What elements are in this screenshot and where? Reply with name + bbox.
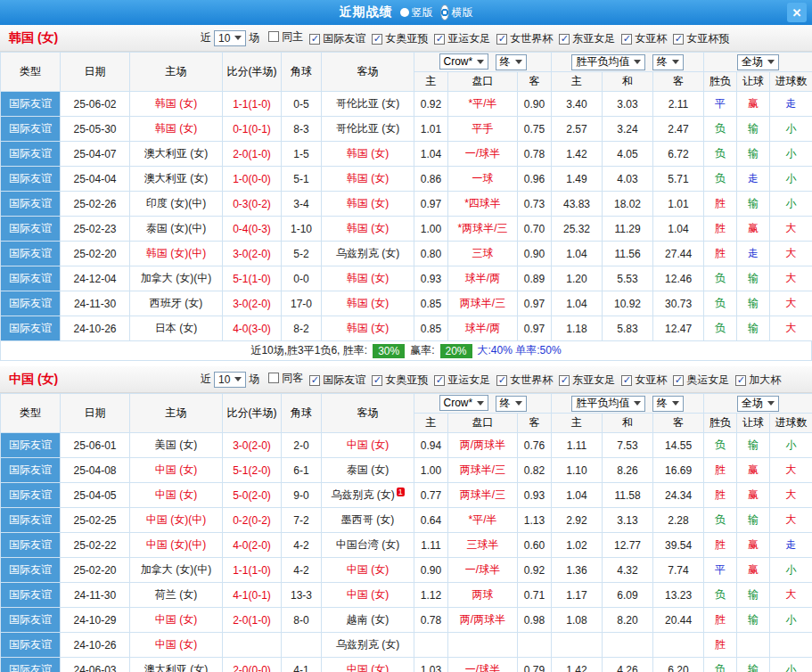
filter-checkbox-label: 东亚女足 <box>572 31 615 46</box>
match-date-cell: 25-04-05 <box>61 483 130 508</box>
checkbox-checked-icon[interactable]: ✓ <box>496 34 507 45</box>
away-team-cell: 乌兹别克 (女) <box>322 633 414 658</box>
filter-checkbox[interactable]: ✓女奥亚预 <box>372 31 428 46</box>
avg-draw-cell: 4.32 <box>603 558 653 583</box>
home-team-cell: 西班牙 (女) <box>130 291 223 316</box>
col-header-avg-away: 客 <box>653 414 704 433</box>
checkbox-checked-icon[interactable]: ✓ <box>434 375 445 386</box>
checkbox-checked-icon[interactable]: ✓ <box>434 34 445 45</box>
chevron-down-icon <box>515 401 522 406</box>
result-goals-cell: 大 <box>770 291 812 316</box>
filter-checkbox-label: 亚运女足 <box>447 31 490 46</box>
avg-stage-select[interactable]: 终 <box>652 54 684 70</box>
match-type-cell: 国际友谊 <box>1 192 61 217</box>
result-handicap-cell: 赢 <box>737 533 770 558</box>
checkbox-checked-icon[interactable]: ✓ <box>673 34 684 45</box>
avg-company-value: 胜平负均值 <box>576 54 629 70</box>
filter-checkbox-label: 女亚杯 <box>635 31 667 46</box>
match-row: 国际友谊25-04-04澳大利亚 (女)1-0(0-0)5-1韩国 (女)0.8… <box>1 167 812 192</box>
away-odds-cell: 0.98 <box>518 608 552 633</box>
checkbox-checked-icon[interactable]: ✓ <box>372 34 382 45</box>
checkbox-unchecked-icon[interactable] <box>268 31 279 42</box>
filter-checkbox[interactable]: ✓女奥亚预 <box>372 373 428 388</box>
match-type-cell: 国际友谊 <box>1 167 61 192</box>
radio-selected-icon[interactable] <box>440 4 449 20</box>
result-outcome-cell: 胜 <box>704 192 737 217</box>
checkbox-checked-icon[interactable]: ✓ <box>559 375 570 386</box>
checkbox-checked-icon[interactable]: ✓ <box>559 34 570 45</box>
filter-checkbox[interactable]: 同客 <box>268 371 303 386</box>
avg-group-header: 胜平负均值 终 <box>552 53 704 72</box>
home-odds-cell: 0.85 <box>414 291 448 316</box>
fulltime-select[interactable]: 全场 <box>737 54 779 70</box>
filter-checkbox[interactable]: ✓国际友谊 <box>309 373 365 388</box>
layout-radio-vertical[interactable]: 竖版 <box>400 5 433 20</box>
avg-stage-select[interactable]: 终 <box>652 396 684 412</box>
checkbox-checked-icon[interactable]: ✓ <box>621 375 632 386</box>
filter-checkbox[interactable]: ✓东亚女足 <box>559 31 615 46</box>
odds-stage-select[interactable]: 终 <box>496 54 527 70</box>
result-goals-cell: 大 <box>770 483 812 508</box>
match-type-cell: 国际友谊 <box>1 316 61 341</box>
col-header-type: 类型 <box>1 53 61 92</box>
result-outcome-cell: 负 <box>704 266 737 291</box>
col-header-goals: 进球数 <box>770 414 812 433</box>
home-odds-cell: 0.85 <box>414 316 448 341</box>
corner-cell: 8-3 <box>282 117 322 142</box>
match-row: 国际友谊24-06-03澳大利亚 (女)2-0(0-0)4-1中国 (女)1.0… <box>1 658 812 672</box>
avg-company-select[interactable]: 胜平负均值 <box>571 396 645 412</box>
away-team-cell: 越南 (女) <box>322 608 414 633</box>
result-handicap-cell: 输 <box>737 266 770 291</box>
filter-checkbox[interactable]: ✓女世界杯 <box>496 373 553 388</box>
fulltime-select[interactable]: 全场 <box>737 396 779 412</box>
close-button[interactable]: ✕ <box>787 3 807 22</box>
match-date-cell: 25-02-26 <box>61 192 130 217</box>
cover-rate-badge: 20% <box>440 344 472 358</box>
odds-stage-value: 终 <box>500 396 511 411</box>
checkbox-checked-icon[interactable]: ✓ <box>621 34 632 45</box>
filter-checkbox[interactable]: ✓亚运女足 <box>434 373 490 388</box>
avg-draw-cell: 12.77 <box>603 533 653 558</box>
match-count-select[interactable]: 10 <box>214 372 246 388</box>
filter-checkbox[interactable]: ✓女世界杯 <box>496 31 553 46</box>
filter-checkbox[interactable]: ✓女亚杯 <box>621 373 667 388</box>
odds-company-select[interactable]: Crow* <box>439 395 489 411</box>
checkbox-checked-icon[interactable]: ✓ <box>309 375 320 386</box>
result-outcome-cell: 胜 <box>704 458 737 483</box>
filter-checkbox[interactable]: ✓加大杯 <box>735 373 781 388</box>
corner-cell: 4-2 <box>282 558 322 583</box>
result-goals-cell: 小 <box>770 117 812 142</box>
col-header-odd-away: 客 <box>518 414 552 433</box>
filter-checkbox[interactable]: ✓东亚女足 <box>559 373 615 388</box>
match-count-select[interactable]: 10 <box>214 30 246 46</box>
away-team-cell: 韩国 (女) <box>322 192 414 217</box>
layout-radio-horizontal[interactable]: 横版 <box>440 4 473 20</box>
corner-cell: 1-5 <box>282 142 322 167</box>
filter-checkbox[interactable]: ✓女亚杯预 <box>673 31 729 46</box>
checkbox-checked-icon[interactable]: ✓ <box>735 375 746 386</box>
matches-label: 场 <box>249 372 259 387</box>
checkbox-checked-icon[interactable]: ✓ <box>372 375 382 386</box>
odds-company-select[interactable]: Crow* <box>439 53 489 70</box>
avg-company-select[interactable]: 胜平负均值 <box>571 54 645 70</box>
filter-checkbox[interactable]: ✓国际友谊 <box>309 31 365 46</box>
checkbox-checked-icon[interactable]: ✓ <box>673 375 684 386</box>
odds-stage-select[interactable]: 终 <box>496 396 527 412</box>
col-header-avg-home: 主 <box>552 414 603 433</box>
radio-icon[interactable] <box>400 8 409 17</box>
checkbox-unchecked-icon[interactable] <box>268 373 279 383</box>
away-odds-cell: 0.70 <box>518 217 552 242</box>
filter-checkbox[interactable]: ✓女亚杯 <box>621 31 667 46</box>
avg-away-cell: 14.55 <box>653 433 704 458</box>
match-type-cell: 国际友谊 <box>1 658 61 672</box>
match-row: 国际友谊25-04-05中国 (女)5-0(2-0)9-0乌兹别克 (女)10.… <box>1 483 812 508</box>
filter-checkbox[interactable]: ✓亚运女足 <box>434 31 490 46</box>
filter-checkbox[interactable]: ✓奥运女足 <box>673 373 729 388</box>
filter-checkbox[interactable]: 同主 <box>268 29 303 45</box>
handicap-cell: 两/两球半 <box>448 608 518 633</box>
checkbox-checked-icon[interactable]: ✓ <box>496 375 507 386</box>
filter-checkbox-label: 女世界杯 <box>510 31 553 46</box>
away-team-cell: 韩国 (女) <box>322 167 414 192</box>
chevron-down-icon <box>515 60 522 64</box>
checkbox-checked-icon[interactable]: ✓ <box>309 34 320 45</box>
